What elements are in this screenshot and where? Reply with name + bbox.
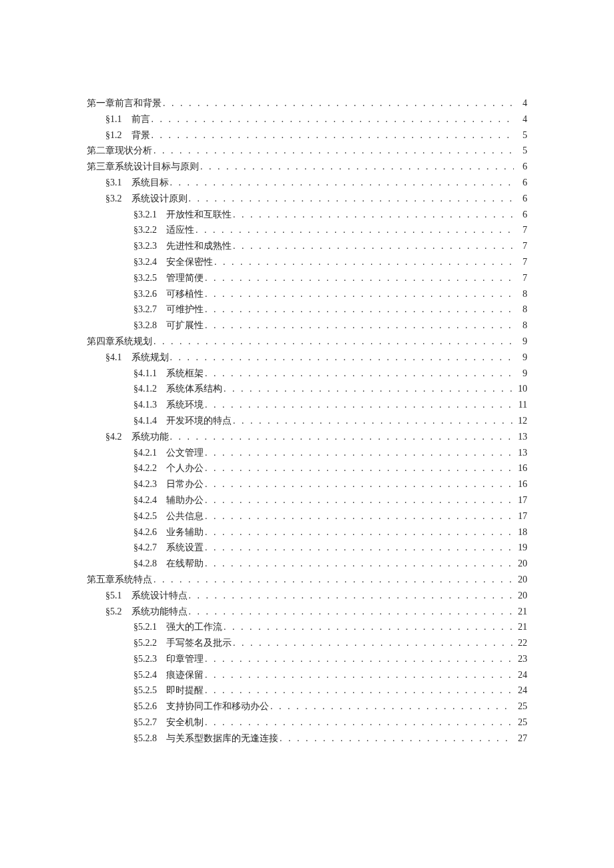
- toc-entry: §3.2.8可扩展性8: [87, 321, 527, 330]
- toc-leader-dots: [151, 115, 515, 124]
- toc-entry-title: 可移植性: [166, 290, 204, 299]
- toc-leader-dots: [214, 258, 514, 267]
- toc-entry-title: 系统目标: [131, 178, 169, 187]
- toc-entry: §3.1系统目标6: [87, 178, 527, 187]
- toc-entry-page: 12: [515, 416, 527, 426]
- toc-entry-page: 24: [515, 686, 527, 695]
- toc-entry-page: 9: [515, 369, 527, 378]
- toc-entry-title: 开放性和互联性: [166, 210, 232, 220]
- toc-leader-dots: [205, 512, 514, 521]
- toc-entry: §5.2.5即时提醒24: [87, 686, 527, 695]
- toc-entry-number: §4.2: [105, 432, 122, 442]
- toc-entry-number: §5.2: [105, 607, 122, 616]
- toc-leader-dots: [205, 321, 514, 330]
- toc-entry: §4.2.7系统设置19: [87, 543, 527, 552]
- toc-entry-page: 7: [515, 242, 527, 251]
- toc-entry-title: 系统功能: [131, 432, 169, 442]
- toc-leader-dots: [189, 591, 515, 600]
- toc-entry: §3.2系统设计原则6: [87, 194, 527, 203]
- toc-leader-dots: [163, 99, 514, 108]
- toc-entry-title: 系统设计原则: [131, 194, 188, 203]
- toc-leader-dots: [205, 686, 514, 695]
- toc-leader-dots: [205, 400, 514, 410]
- toc-leader-dots: [280, 734, 514, 743]
- toc-entry-page: 9: [515, 337, 527, 346]
- toc-entry-title: 印章管理: [166, 655, 204, 664]
- toc-entry-title: 系统框架: [166, 369, 204, 378]
- toc-entry-page: 19: [515, 543, 527, 552]
- toc-entry-title: 可维护性: [166, 305, 204, 314]
- toc-entry: §4.2系统功能13: [87, 432, 527, 442]
- toc-entry-number: §3.2.2: [133, 226, 157, 235]
- toc-leader-dots: [205, 528, 514, 537]
- table-of-contents: 第一章前言和背景4§1.1前言4§1.2背景5第二章现状分析5第三章系统设计目标…: [87, 99, 527, 743]
- toc-entry-title: 日常办公: [166, 480, 204, 489]
- toc-entry: §4.1.4开发环境的特点12: [87, 416, 527, 426]
- toc-leader-dots: [170, 353, 515, 362]
- toc-entry-title: 与关系型数据库的无逢连接: [166, 734, 278, 743]
- toc-entry: §5.2.2手写签名及批示22: [87, 638, 527, 648]
- toc-entry-title: 系统功能特点: [131, 607, 188, 616]
- toc-entry-page: 6: [515, 194, 527, 203]
- toc-entry: §1.2背景5: [87, 131, 527, 140]
- toc-entry-title: 系统设置: [166, 543, 204, 552]
- toc-entry-number: §3.2.6: [133, 290, 157, 299]
- toc-entry-title: 痕迹保留: [166, 671, 204, 680]
- toc-leader-dots: [205, 718, 514, 727]
- toc-entry-title: 系统规划: [131, 353, 169, 362]
- toc-entry: §3.2.6可移植性8: [87, 290, 527, 299]
- toc-leader-dots: [205, 448, 514, 458]
- toc-entry-title: 第一章前言和背景: [87, 99, 162, 108]
- toc-entry-page: 6: [515, 210, 527, 220]
- toc-entry-page: 20: [515, 575, 527, 584]
- toc-entry-page: 16: [515, 464, 527, 473]
- toc-entry: §4.2.3日常办公16: [87, 480, 527, 489]
- toc-entry-page: 25: [515, 718, 527, 727]
- toc-entry-title: 公共信息: [166, 512, 204, 521]
- toc-entry-page: 21: [515, 622, 527, 632]
- toc-entry: §3.2.7可维护性8: [87, 305, 527, 314]
- toc-entry-page: 4: [515, 115, 527, 124]
- toc-entry-title: 安全保密性: [166, 258, 213, 267]
- toc-entry-title: 适应性: [166, 226, 194, 235]
- toc-entry-page: 18: [515, 528, 527, 537]
- toc-entry-title: 前言: [131, 115, 150, 124]
- toc-entry: §4.2.2个人办公16: [87, 464, 527, 473]
- toc-entry-page: 17: [515, 496, 527, 505]
- toc-leader-dots: [200, 162, 514, 171]
- toc-entry-page: 9: [515, 353, 527, 362]
- toc-entry-page: 4: [515, 99, 527, 108]
- toc-entry-page: 6: [515, 162, 527, 171]
- toc-leader-dots: [151, 131, 515, 140]
- toc-entry-page: 17: [515, 512, 527, 521]
- toc-leader-dots: [170, 432, 515, 442]
- toc-entry: §4.1系统规划9: [87, 353, 527, 362]
- toc-leader-dots: [196, 226, 514, 235]
- toc-entry-number: §3.1: [105, 178, 122, 187]
- toc-entry-number: §4.1.4: [133, 416, 157, 426]
- toc-entry-title: 系统体系结构: [166, 384, 222, 394]
- toc-entry-title: 公文管理: [166, 448, 204, 458]
- toc-entry-number: §4.1: [105, 353, 122, 362]
- toc-entry: 第三章系统设计目标与原则6: [87, 162, 527, 171]
- toc-entry-number: §5.2.2: [133, 638, 157, 648]
- toc-entry-number: §4.2.6: [133, 528, 157, 537]
- toc-entry-page: 13: [515, 432, 527, 442]
- toc-entry-page: 24: [515, 671, 527, 680]
- toc-entry-title: 可扩展性: [166, 321, 204, 330]
- toc-entry-number: §5.1: [105, 591, 122, 600]
- toc-entry: §3.2.1开放性和互联性6: [87, 210, 527, 220]
- toc-entry: 第一章前言和背景4: [87, 99, 527, 108]
- toc-leader-dots: [270, 702, 514, 711]
- toc-leader-dots: [154, 337, 514, 346]
- toc-entry-number: §3.2.8: [133, 321, 157, 330]
- toc-entry-title: 即时提醒: [166, 686, 204, 695]
- toc-leader-dots: [205, 655, 514, 664]
- toc-entry-page: 8: [515, 321, 527, 330]
- toc-leader-dots: [233, 416, 514, 426]
- toc-entry-page: 13: [515, 448, 527, 458]
- toc-entry-page: 7: [515, 274, 527, 283]
- toc-entry-number: §4.2.3: [133, 480, 157, 489]
- toc-entry-page: 6: [515, 178, 527, 187]
- toc-entry: §4.2.5公共信息17: [87, 512, 527, 521]
